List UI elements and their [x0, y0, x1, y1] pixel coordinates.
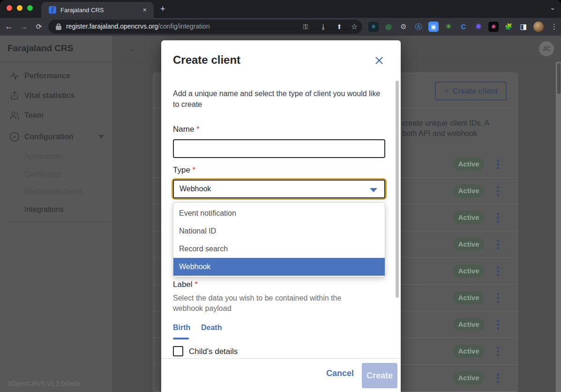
- password-key-icon[interactable]: ⚿: [301, 23, 310, 31]
- pinwheel-extension-icon[interactable]: ✳: [443, 22, 454, 32]
- status-badge: Active: [453, 184, 484, 197]
- status-badge: Active: [453, 211, 484, 224]
- compass-icon: [9, 132, 20, 142]
- required-asterisk: *: [196, 125, 200, 134]
- row-menu-kebab-icon[interactable]: [494, 293, 501, 304]
- browser-forward-button[interactable]: →: [19, 22, 29, 32]
- row-menu-kebab-icon[interactable]: [494, 186, 501, 197]
- export-icon: [9, 90, 20, 101]
- share-icon[interactable]: ⬆: [335, 23, 344, 31]
- sidebar-subitem-integrations[interactable]: Integrations: [24, 205, 64, 214]
- tab-death[interactable]: Death: [201, 324, 222, 332]
- sidebar-item-performance[interactable]: Performance: [0, 69, 113, 84]
- page-url[interactable]: register.farajaland.opencrvs.org/config/…: [66, 23, 210, 30]
- sidebar: Farajaland CRS Performance Vital statist…: [0, 36, 113, 392]
- status-badge: Active: [453, 345, 484, 358]
- sidebar-header-divider: [0, 62, 112, 62]
- cancel-button[interactable]: Cancel: [326, 369, 354, 378]
- required-asterisk: *: [194, 280, 198, 289]
- sidebar-subitem-certificates[interactable]: Certificates: [24, 170, 62, 179]
- sidebar-item-configuration[interactable]: Configuration: [0, 130, 113, 145]
- macos-minimize-button[interactable]: [17, 5, 22, 11]
- sidebar-subitem-application[interactable]: Application: [24, 152, 61, 161]
- status-badge: Active: [453, 291, 484, 304]
- profile-avatar-icon[interactable]: [533, 22, 544, 32]
- childs-details-checkbox[interactable]: [173, 346, 183, 356]
- user-avatar[interactable]: JC: [539, 41, 554, 56]
- status-badge: Active: [453, 318, 484, 331]
- gear-extension-icon[interactable]: ⚙: [398, 22, 409, 32]
- row-menu-kebab-icon[interactable]: [494, 373, 501, 384]
- label-field-label: Label *: [173, 280, 198, 289]
- create-client-button-page[interactable]: +Create client: [435, 82, 507, 100]
- dropdown-option[interactable]: Record search: [173, 240, 385, 258]
- opencrvs-favicon: [49, 6, 56, 14]
- select-caret-icon: [370, 188, 377, 192]
- close-icon[interactable]: [374, 55, 384, 66]
- name-field-label: Name *: [173, 125, 200, 134]
- browser-back-button[interactable]: ←: [4, 22, 14, 32]
- macos-close-button[interactable]: [7, 5, 12, 11]
- active-tab-underline: [173, 338, 189, 339]
- row-menu-kebab-icon[interactable]: [494, 266, 501, 277]
- chevron-down-icon: [98, 135, 104, 138]
- app-version: 0OpenCRVS v1.2.0-beta: [7, 380, 80, 387]
- install-app-icon[interactable]: ⭳: [319, 23, 328, 31]
- row-menu-kebab-icon[interactable]: [494, 346, 501, 357]
- lock-icon[interactable]: [56, 23, 61, 30]
- required-asterisk: *: [193, 166, 196, 174]
- sidebar-item-team[interactable]: Team: [0, 108, 113, 123]
- type-select-value: Webhook: [180, 185, 211, 193]
- dark-square-extension-icon[interactable]: ✱: [488, 22, 499, 32]
- page-scrollbar-thumb[interactable]: [557, 63, 561, 94]
- row-menu-kebab-icon[interactable]: [494, 319, 501, 331]
- macos-zoom-button[interactable]: [27, 5, 33, 11]
- address-bar[interactable]: register.farajaland.opencrvs.org/config/…: [48, 20, 362, 34]
- row-menu-kebab-icon[interactable]: [494, 159, 501, 170]
- sidebar-item-vital-statistics[interactable]: Vital statistics: [0, 89, 113, 104]
- name-input[interactable]: [173, 139, 385, 158]
- tab-birth[interactable]: Birth: [173, 324, 190, 332]
- modal-title: Create client: [173, 53, 240, 67]
- browser-tab[interactable]: Farajaland CRS ×: [41, 2, 154, 18]
- status-badge: Active: [453, 238, 484, 251]
- sidebar-divider: [5, 222, 113, 222]
- modal-intro-text: Add a unique name and select the type of…: [173, 89, 383, 110]
- plus-icon: +: [444, 86, 449, 96]
- c-circle-extension-icon[interactable]: C: [458, 22, 469, 32]
- activity-icon: [9, 71, 20, 81]
- react-devtools-extension-icon[interactable]: ⚛: [368, 22, 379, 32]
- modal-footer-divider: [161, 358, 401, 359]
- browser-menu-kebab-icon[interactable]: ⋮: [551, 22, 557, 32]
- purple-burst-extension-icon[interactable]: ✺: [473, 22, 484, 32]
- page-scrollbar[interactable]: [556, 62, 561, 392]
- video-camera-extension-icon[interactable]: ▣: [428, 22, 439, 32]
- sidebar-subitem-declaration-forms[interactable]: Declaration forms: [24, 188, 83, 196]
- label-help-text: Select the data you wish to be contained…: [173, 293, 360, 314]
- modal-scrollbar-thumb[interactable]: [396, 81, 399, 298]
- split-screen-extension-icon[interactable]: ◨: [518, 22, 529, 32]
- new-tab-button[interactable]: +: [160, 4, 165, 14]
- row-menu-kebab-icon[interactable]: [494, 212, 501, 224]
- type-select[interactable]: Webhook: [173, 180, 385, 198]
- bookmark-star-icon[interactable]: ☆: [350, 23, 359, 31]
- type-field-label: Type *: [173, 166, 195, 175]
- tab-close-icon[interactable]: ×: [143, 6, 147, 14]
- create-button[interactable]: Create: [362, 363, 397, 388]
- dropdown-option[interactable]: National ID: [173, 222, 385, 240]
- app-title: Farajaland CRS: [7, 43, 73, 53]
- app-forward-button[interactable]: →: [150, 43, 161, 54]
- tab-title: Farajaland CRS: [60, 7, 104, 14]
- app-back-button[interactable]: ←: [127, 43, 139, 54]
- extensions-puzzle-icon[interactable]: 🧩: [503, 22, 514, 32]
- status-badge: Active: [453, 371, 484, 384]
- dropdown-option[interactable]: Event notification: [173, 204, 385, 222]
- row-menu-kebab-icon[interactable]: [494, 239, 501, 250]
- dropdown-option-selected[interactable]: Webhook: [173, 258, 385, 276]
- target-extension-icon[interactable]: ◎: [383, 22, 394, 32]
- browser-toolbar: ← → ⟳ register.farajaland.opencrvs.org/c…: [0, 18, 561, 36]
- tab-search-chevron-icon[interactable]: ⌄: [550, 4, 555, 11]
- browser-reload-button[interactable]: ⟳: [34, 22, 44, 32]
- team-icon: [9, 110, 20, 121]
- a-circle-extension-icon[interactable]: Ⓐ: [413, 22, 424, 32]
